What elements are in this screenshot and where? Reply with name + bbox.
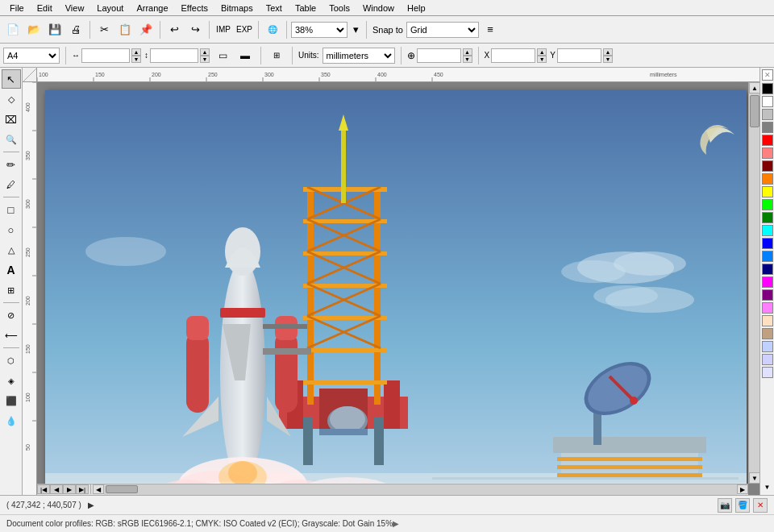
menu-layout[interactable]: Layout: [90, 2, 130, 15]
peach-swatch[interactable]: [762, 315, 773, 326]
horizontal-scrollbar[interactable]: |◀ ◀ ▶ ▶| ◀ ▶: [37, 484, 748, 495]
copy-button[interactable]: 📋: [115, 20, 135, 39]
eyedropper-tool-btn[interactable]: 💧: [2, 411, 21, 430]
menu-text[interactable]: Text: [260, 2, 289, 15]
darkgray-swatch[interactable]: [762, 122, 773, 133]
pick-tool-btn[interactable]: ↖: [2, 69, 21, 89]
snap-settings-btn[interactable]: ≡: [481, 20, 500, 39]
zoom-tool-btn[interactable]: 🔍: [2, 130, 21, 149]
vertical-scrollbar[interactable]: ▲ ▼: [748, 82, 759, 484]
scroll-left-btn[interactable]: ◀: [93, 484, 104, 494]
first-page-btn[interactable]: |◀: [37, 484, 50, 494]
open-button[interactable]: 📂: [24, 20, 44, 39]
blue-swatch[interactable]: [762, 238, 773, 249]
drawing-surface[interactable]: [37, 82, 748, 495]
all-pages-btn[interactable]: ⊞: [267, 46, 286, 65]
zoom-select[interactable]: 38% 25%50%75%100%: [291, 22, 347, 38]
scroll-track-v[interactable]: [749, 94, 759, 472]
redo-button[interactable]: ↪: [185, 20, 205, 39]
fill-icon-btn[interactable]: 🪣: [735, 498, 750, 513]
menu-file[interactable]: File: [3, 2, 31, 15]
snap-spin[interactable]: ▲ ▼: [463, 48, 472, 63]
width-down[interactable]: ▼: [131, 56, 141, 63]
lightred-swatch[interactable]: [762, 148, 773, 159]
darkgreen-swatch[interactable]: [762, 212, 773, 223]
menu-table[interactable]: Table: [289, 2, 322, 15]
verylightblue-swatch[interactable]: [762, 367, 773, 378]
scroll-down-btn[interactable]: ▼: [749, 472, 759, 484]
menu-arrange[interactable]: Arrange: [130, 2, 174, 15]
orange-swatch[interactable]: [762, 173, 773, 185]
prev-page-btn[interactable]: ◀: [50, 484, 63, 494]
publish-web-button[interactable]: 🌐: [263, 20, 282, 39]
camera-icon-btn[interactable]: 📷: [718, 498, 732, 513]
scroll-thumb-v[interactable]: [750, 95, 759, 127]
purple-swatch[interactable]: [762, 289, 773, 301]
scroll-thumb-h[interactable]: [106, 485, 138, 493]
lightlavender-swatch[interactable]: [762, 354, 773, 365]
snap-select[interactable]: GridGuidelinesObjects: [406, 22, 479, 38]
export-button[interactable]: EXP: [235, 20, 254, 39]
save-button[interactable]: 💾: [45, 20, 64, 39]
connector-tool-btn[interactable]: ⟵: [2, 326, 21, 345]
menu-effects[interactable]: Effects: [175, 2, 214, 15]
lavender-swatch[interactable]: [762, 341, 773, 352]
menu-window[interactable]: Window: [356, 2, 401, 15]
navy-swatch[interactable]: [762, 264, 773, 275]
menu-tools[interactable]: Tools: [322, 2, 356, 15]
crop-tool-btn[interactable]: ⌧: [2, 110, 21, 129]
cyan-swatch[interactable]: [762, 225, 773, 236]
transparency-tool-btn[interactable]: ◈: [2, 371, 21, 390]
menu-view[interactable]: View: [59, 2, 91, 15]
snap-dist-input[interactable]: 2,54 mm: [417, 48, 461, 63]
fill-tool-btn[interactable]: ⬛: [2, 391, 21, 410]
menu-help[interactable]: Help: [401, 2, 432, 15]
y-input[interactable]: 6,35 mm: [557, 48, 601, 63]
menu-edit[interactable]: Edit: [31, 2, 59, 15]
landscape-btn[interactable]: ▬: [235, 46, 255, 65]
red-swatch[interactable]: [762, 135, 773, 146]
gray-swatch[interactable]: [762, 109, 773, 120]
y-spin[interactable]: ▲ ▼: [603, 48, 613, 63]
no-fill-swatch[interactable]: ✕: [762, 69, 773, 81]
new-button[interactable]: 📄: [3, 20, 23, 39]
width-spin[interactable]: ▲ ▼: [131, 48, 141, 63]
palette-scroll-down[interactable]: ▼: [762, 482, 773, 493]
height-spin[interactable]: ▲ ▼: [200, 48, 210, 63]
scroll-up-btn[interactable]: ▲: [749, 82, 759, 94]
portrait-btn[interactable]: ▭: [213, 46, 232, 65]
paste-button[interactable]: 📌: [136, 20, 156, 39]
artpen-tool-btn[interactable]: 🖊: [2, 175, 21, 194]
magenta-swatch[interactable]: [762, 276, 773, 288]
height-input[interactable]: 297,0 mm: [150, 48, 198, 63]
text-tool-btn[interactable]: A: [2, 260, 21, 280]
tan-swatch[interactable]: [762, 328, 773, 339]
lightblue-swatch[interactable]: [762, 251, 773, 262]
darkred-swatch[interactable]: [762, 160, 773, 172]
page-size-select[interactable]: A4: [3, 48, 60, 64]
next-page-btn[interactable]: ▶: [63, 484, 76, 494]
width-up[interactable]: ▲: [131, 48, 141, 56]
last-page-btn[interactable]: ▶|: [76, 484, 89, 494]
x-input[interactable]: 6,35 mm: [491, 48, 535, 63]
yellow-swatch[interactable]: [762, 186, 773, 197]
close-icon-btn[interactable]: ✕: [753, 498, 768, 513]
dimension-tool-btn[interactable]: ⊘: [2, 305, 21, 325]
pink-swatch[interactable]: [762, 302, 773, 314]
menu-bitmaps[interactable]: Bitmaps: [214, 2, 260, 15]
green-swatch[interactable]: [762, 199, 773, 210]
cut-button[interactable]: ✂: [94, 20, 114, 39]
zoom-dropdown[interactable]: ▾: [349, 20, 362, 39]
canvas-area[interactable]: 100 150 200 250 300 350 400 450 millimet…: [23, 68, 759, 495]
x-spin[interactable]: ▲ ▼: [537, 48, 547, 63]
units-select[interactable]: millimeters inchespixels: [322, 48, 395, 64]
white-swatch[interactable]: [762, 96, 773, 107]
y-up[interactable]: ▲: [603, 48, 613, 56]
scroll-track-h[interactable]: [104, 484, 737, 495]
blend-tool-btn[interactable]: ⬡: [2, 351, 21, 370]
table-tool-btn[interactable]: ⊞: [2, 281, 21, 300]
print-button[interactable]: 🖨: [66, 20, 85, 39]
snap-down[interactable]: ▼: [463, 56, 472, 63]
snap-up[interactable]: ▲: [463, 48, 472, 56]
import-button[interactable]: IMP: [214, 20, 233, 39]
